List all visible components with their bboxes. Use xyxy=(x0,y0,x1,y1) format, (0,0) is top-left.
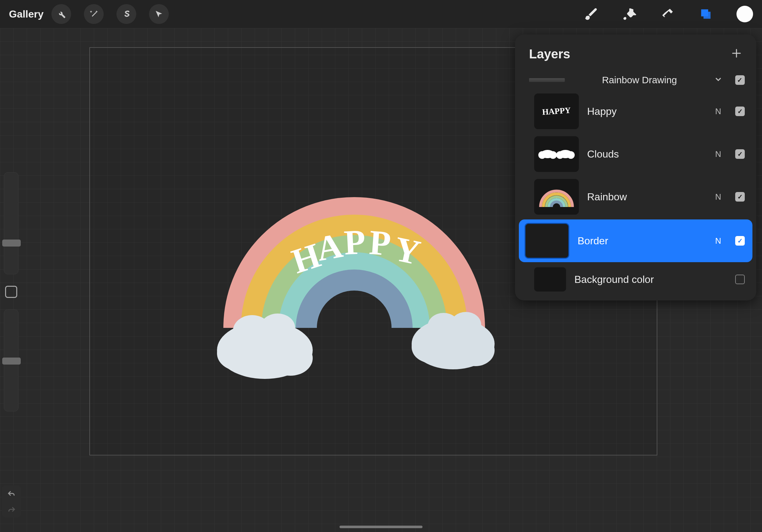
smudge-tool-button[interactable] xyxy=(622,6,637,22)
redo-icon[interactable] xyxy=(7,506,16,513)
layer-visibility-checkbox[interactable] xyxy=(735,192,745,202)
layer-name-label: Happy xyxy=(587,105,707,117)
eraser-tool-button[interactable] xyxy=(660,6,675,22)
layer-row-border[interactable]: Border N xyxy=(519,220,752,262)
svg-text:P: P xyxy=(368,223,392,263)
layer-visibility-checkbox[interactable] xyxy=(735,106,745,116)
eraser-icon xyxy=(660,7,675,21)
arrow-cursor-icon xyxy=(154,9,164,19)
layer-name-label: Border xyxy=(577,235,707,247)
left-sidebar-controls xyxy=(0,172,22,423)
svg-text:P: P xyxy=(343,222,366,262)
modify-square-button[interactable] xyxy=(5,286,17,298)
slider-handle[interactable] xyxy=(2,239,21,246)
background-label: Background color xyxy=(574,274,727,286)
wrench-icon xyxy=(56,9,66,19)
layers-icon xyxy=(699,7,713,21)
undo-icon[interactable] xyxy=(7,490,16,497)
wand-icon xyxy=(89,9,99,19)
transform-arrow-button[interactable] xyxy=(149,4,169,24)
selection-s-button[interactable] xyxy=(116,4,136,24)
slider-handle[interactable] xyxy=(2,358,21,365)
layer-row-clouds[interactable]: Clouds N xyxy=(515,133,756,175)
brush-tool-button[interactable] xyxy=(583,6,599,22)
layer-thumbnail: HAPPY xyxy=(534,94,579,129)
blend-mode-label[interactable]: N xyxy=(715,106,721,116)
rainbow-svg: H A P P Y xyxy=(201,181,507,385)
layer-thumbnail xyxy=(534,136,579,172)
color-swatch-button[interactable] xyxy=(736,6,753,22)
adjustments-wand-button[interactable] xyxy=(84,4,104,24)
svg-point-2 xyxy=(268,341,313,376)
actions-wrench-button[interactable] xyxy=(51,4,71,24)
group-collapse-toggle[interactable] xyxy=(714,75,723,85)
smudge-icon xyxy=(622,7,636,21)
gallery-button[interactable]: Gallery xyxy=(9,8,44,20)
layers-tool-button[interactable] xyxy=(698,6,714,22)
background-thumbnail xyxy=(534,267,566,292)
plus-icon xyxy=(731,47,742,59)
layer-thumbnail xyxy=(534,179,579,215)
layer-row-happy[interactable]: HAPPY Happy N xyxy=(515,90,756,133)
layer-visibility-checkbox[interactable] xyxy=(735,236,745,245)
layer-name-label: Rainbow xyxy=(587,191,707,203)
selection-icon xyxy=(121,9,131,19)
background-color-row[interactable]: Background color xyxy=(515,263,756,299)
group-visibility-checkbox[interactable] xyxy=(735,75,745,85)
canvas-artwork: H A P P Y xyxy=(201,181,507,385)
undo-redo-group xyxy=(2,486,21,517)
group-name-label: Rainbow Drawing xyxy=(602,75,677,86)
group-thumb xyxy=(529,78,565,82)
background-visibility-checkbox[interactable] xyxy=(735,275,745,284)
svg-point-9 xyxy=(451,312,481,337)
home-indicator[interactable] xyxy=(340,526,422,528)
brush-size-slider[interactable] xyxy=(4,172,19,274)
layer-visibility-checkbox[interactable] xyxy=(735,149,745,159)
layers-panel: Layers Rainbow Drawing HAPPY Happy N Clo… xyxy=(515,34,756,300)
opacity-slider[interactable] xyxy=(4,309,19,412)
svg-point-4 xyxy=(260,313,295,342)
layer-group-row[interactable]: Rainbow Drawing xyxy=(515,70,756,90)
blend-mode-label[interactable]: N xyxy=(715,149,721,159)
layer-row-rainbow[interactable]: Rainbow N xyxy=(515,175,756,218)
chevron-down-icon xyxy=(714,75,723,84)
top-toolbar: Gallery xyxy=(0,0,762,28)
blend-mode-label[interactable]: N xyxy=(715,192,721,202)
layer-thumbnail xyxy=(525,223,569,259)
brush-icon xyxy=(584,7,598,21)
layer-name-label: Clouds xyxy=(587,148,707,160)
svg-point-7 xyxy=(456,334,495,366)
blend-mode-label[interactable]: N xyxy=(715,236,721,246)
layers-panel-title: Layers xyxy=(529,47,570,61)
add-layer-button[interactable] xyxy=(731,45,742,62)
